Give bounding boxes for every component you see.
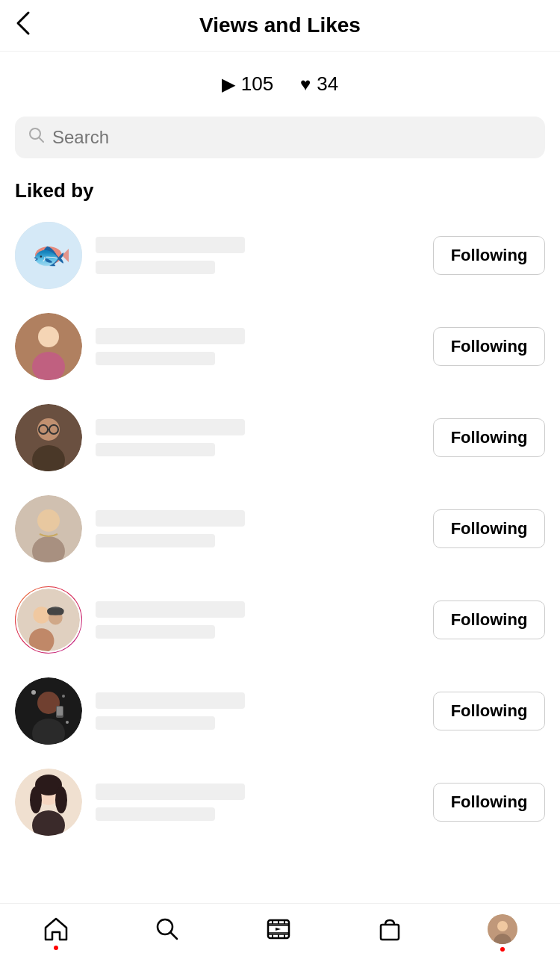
user-info [96,419,420,456]
nav-dot [54,946,58,950]
name-skeleton [96,328,245,344]
likes-count: 34 [317,72,338,96]
name-skeleton [96,510,245,527]
svg-point-5 [41,252,44,255]
search-nav-icon [154,916,181,943]
nav-dot [500,947,505,952]
svg-rect-9 [40,354,57,373]
sub-skeleton [96,261,215,274]
name-skeleton [96,419,245,435]
search-container [0,111,560,170]
svg-point-19 [15,586,82,654]
svg-rect-48 [272,934,273,938]
views-stat: ▶ 105 [222,72,273,96]
list-item: Following [7,665,553,757]
nav-profile[interactable] [488,914,517,944]
avatar [15,404,82,471]
following-button[interactable]: Following [433,327,545,366]
name-skeleton [96,692,245,709]
svg-point-38 [30,786,42,813]
avatar [15,222,82,289]
nav-shop[interactable] [376,916,403,943]
sub-skeleton [96,716,215,730]
svg-line-1 [39,137,43,142]
list-item: Following [7,574,553,665]
nav-reels[interactable] [265,916,292,943]
svg-rect-50 [284,934,285,938]
svg-rect-46 [278,920,279,924]
stats-bar: ▶ 105 ♥ 34 [0,52,560,111]
header: Views and Likes [0,0,560,52]
svg-point-30 [62,695,65,698]
avatar [15,586,82,654]
nav-search[interactable] [154,916,181,943]
following-button[interactable]: Following [433,692,545,730]
following-button[interactable]: Following [433,236,545,275]
home-icon [43,916,69,943]
svg-rect-52 [381,925,399,940]
nav-home[interactable] [43,916,69,943]
svg-point-3 [35,246,62,264]
list-item: Following [7,757,553,848]
following-button[interactable]: Following [433,601,545,639]
likes-stat: ♥ 34 [300,72,338,96]
play-icon: ▶ [222,74,235,95]
back-button[interactable] [15,10,31,42]
svg-point-39 [55,786,67,813]
name-skeleton [96,601,245,618]
svg-point-17 [37,509,60,532]
svg-rect-45 [272,920,273,924]
svg-rect-49 [278,934,279,938]
avatar [15,495,82,562]
user-info [96,692,420,730]
user-info [96,601,420,639]
svg-rect-33 [57,707,63,716]
search-input[interactable] [52,127,532,148]
name-skeleton [96,784,245,800]
name-skeleton [96,237,245,253]
user-list: Following Following [0,210,560,848]
svg-point-54 [497,921,508,931]
page-title: Views and Likes [199,13,361,37]
user-info [96,237,420,274]
profile-avatar [488,914,517,944]
bottom-nav [0,903,560,965]
svg-point-29 [31,690,36,695]
following-button[interactable]: Following [433,418,545,457]
avatar [15,313,82,380]
user-info [96,328,420,365]
svg-marker-51 [276,928,281,931]
liked-by-label: Liked by [0,170,560,210]
reels-icon [265,916,292,943]
sub-skeleton [96,625,215,639]
user-info [96,510,420,547]
avatar [15,677,82,745]
user-info [96,784,420,821]
avatar [15,769,82,836]
views-count: 105 [241,72,273,96]
search-icon [28,127,45,148]
sub-skeleton [96,443,215,456]
heart-icon: ♥ [300,74,311,95]
sub-skeleton [96,534,215,547]
list-item: Following [7,210,553,301]
following-button[interactable]: Following [433,509,545,548]
following-button[interactable]: Following [433,783,545,822]
search-bar[interactable] [15,117,545,158]
shop-icon [376,916,403,943]
list-item: Following [7,483,553,574]
sub-skeleton [96,352,215,365]
svg-line-41 [170,932,177,939]
svg-point-7 [38,326,59,347]
list-item: Following [7,301,553,392]
svg-point-31 [66,721,69,724]
svg-rect-43 [268,924,289,925]
sub-skeleton [96,807,215,821]
svg-rect-47 [284,920,285,924]
list-item: Following [7,392,553,483]
svg-rect-44 [268,933,289,934]
